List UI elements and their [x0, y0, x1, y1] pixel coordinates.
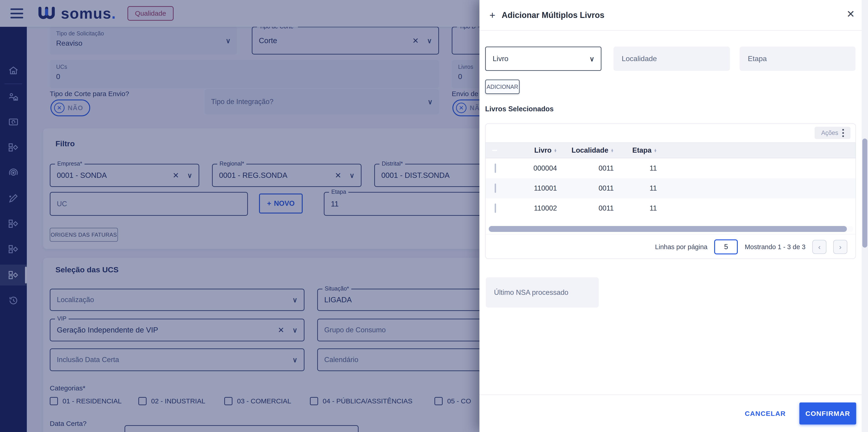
- acoes-label: Ações: [821, 129, 838, 136]
- app-page: somus. Qualidade: [0, 0, 868, 432]
- table-row[interactable]: 110002 0011 11: [486, 198, 856, 218]
- paginator: Linhas por página 5 Mostrando 1 - 3 de 3…: [655, 237, 847, 257]
- paginator-divider: [486, 234, 856, 234]
- table-row[interactable]: 000004 0011 11: [486, 158, 856, 178]
- cell-etapa: 11: [614, 164, 657, 172]
- confirmar-button[interactable]: CONFIRMAR: [799, 402, 856, 425]
- cancelar-button[interactable]: CANCELAR: [745, 410, 786, 418]
- adicionar-livros-drawer: + Adicionar Múltiplos Livros ✕ Livro ∨ L…: [479, 0, 868, 432]
- plus-icon: +: [490, 9, 495, 21]
- livros-selecionados-title: Livros Selecionados: [485, 105, 554, 113]
- drawer-title: Adicionar Múltiplos Livros: [502, 10, 604, 20]
- lines-per-page-label: Linhas por página: [655, 243, 708, 251]
- adicionar-button[interactable]: ADICIONAR: [485, 79, 520, 94]
- acoes-button[interactable]: Ações: [815, 127, 850, 139]
- chevron-down-icon: ∨: [589, 55, 594, 63]
- livro-select-value: Livro: [493, 55, 508, 63]
- row-checkbox[interactable]: [495, 203, 496, 213]
- localidade-field: Localidade: [614, 46, 730, 71]
- livro-select[interactable]: Livro ∨: [485, 46, 601, 71]
- column-header-livro[interactable]: Livro ▲▼: [514, 146, 557, 155]
- vertical-scrollbar[interactable]: [862, 0, 868, 432]
- horizontal-scrollbar[interactable]: [489, 226, 853, 232]
- sort-icon: ▲▼: [611, 148, 614, 153]
- column-label: Livro: [534, 146, 552, 155]
- column-header-localidade[interactable]: Localidade ▲▼: [557, 146, 614, 155]
- prev-page-button[interactable]: ‹: [812, 240, 827, 254]
- header-divider: [479, 30, 868, 31]
- next-page-button[interactable]: ›: [833, 240, 847, 254]
- field-placeholder: Localidade: [622, 55, 657, 63]
- ultimo-nsa-field: Último NSA processado: [486, 277, 599, 307]
- cell-etapa: 11: [614, 204, 657, 212]
- cell-livro: 110001: [514, 184, 557, 192]
- lines-per-page-value[interactable]: 5: [714, 239, 738, 254]
- chevron-left-icon: ‹: [818, 243, 821, 251]
- row-checkbox[interactable]: [495, 164, 496, 173]
- showing-range-label: Mostrando 1 - 3 de 3: [745, 243, 806, 251]
- cell-livro: 110002: [514, 204, 557, 212]
- sort-icon: ▲▼: [554, 148, 557, 153]
- column-label: Etapa: [632, 146, 651, 155]
- livros-table-card: Ações Livro ▲▼ Localidade ▲▼ Etapa ▲▼: [485, 123, 856, 259]
- close-icon[interactable]: ✕: [846, 9, 855, 19]
- drawer-footer: CANCELAR CONFIRMAR: [479, 395, 868, 432]
- cell-etapa: 11: [614, 184, 657, 192]
- field-placeholder: Último NSA processado: [494, 289, 568, 297]
- row-checkbox[interactable]: [495, 184, 496, 193]
- table-header-row: Livro ▲▼ Localidade ▲▼ Etapa ▲▼: [486, 142, 856, 158]
- field-placeholder: Etapa: [748, 55, 767, 63]
- table-row[interactable]: 110001 0011 11: [486, 178, 856, 198]
- sort-icon: ▲▼: [654, 148, 657, 153]
- chevron-right-icon: ›: [839, 243, 842, 251]
- cell-localidade: 0011: [557, 204, 614, 212]
- cell-localidade: 0011: [557, 164, 614, 172]
- column-header-etapa[interactable]: Etapa ▲▼: [614, 146, 657, 155]
- kebab-menu-icon: [842, 129, 844, 137]
- horizontal-scrollbar-thumb[interactable]: [489, 226, 847, 232]
- cell-localidade: 0011: [557, 184, 614, 192]
- etapa-field: Etapa: [740, 46, 856, 71]
- drawer-header: + Adicionar Múltiplos Livros: [490, 0, 604, 30]
- vertical-scrollbar-thumb[interactable]: [862, 138, 867, 247]
- cell-livro: 000004: [514, 164, 557, 172]
- column-label: Localidade: [571, 146, 608, 155]
